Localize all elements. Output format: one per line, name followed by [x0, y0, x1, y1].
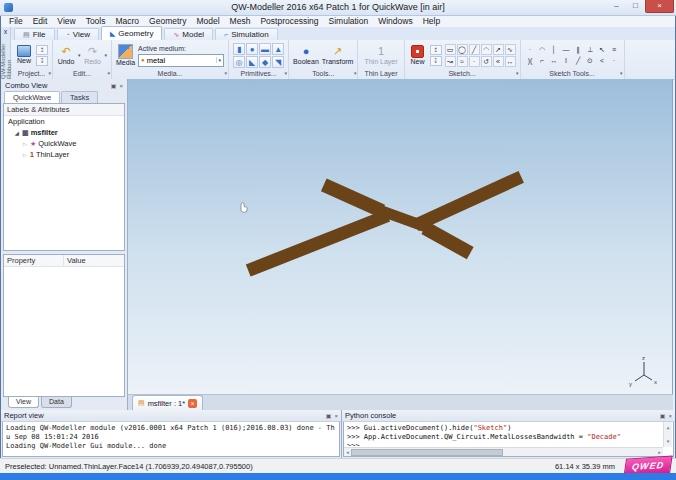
- maximize-button[interactable]: □: [626, 0, 645, 13]
- primitive-icon[interactable]: ▬: [259, 43, 271, 55]
- new-project-button[interactable]: New: [15, 45, 33, 65]
- sketch-tool-icon[interactable]: ↝: [445, 56, 456, 67]
- close-panel-icon[interactable]: ×: [334, 412, 338, 420]
- constraint-icon[interactable]: )(: [525, 56, 536, 66]
- tab-quickwave[interactable]: QuickWave: [4, 91, 60, 103]
- primitive-icon[interactable]: ▲: [272, 43, 284, 55]
- tab-geometry[interactable]: ◣ Geometry: [101, 26, 163, 40]
- menu-item[interactable]: Postprocessing: [255, 16, 323, 27]
- scrollbar-thumb[interactable]: [351, 449, 503, 456]
- constraint-icon[interactable]: ◠: [537, 45, 548, 55]
- sketch-tool-icon[interactable]: ↔: [505, 56, 516, 67]
- float-panel-icon[interactable]: ▣: [111, 82, 117, 90]
- sketch-tool-icon[interactable]: ∿: [505, 44, 516, 55]
- menu-item[interactable]: View: [52, 16, 80, 27]
- primitive-icon[interactable]: ◆: [259, 56, 271, 68]
- primitive-icon[interactable]: ◣: [246, 56, 258, 68]
- ribbon-close-icon[interactable]: x: [4, 27, 8, 36]
- sketch-tool-icon[interactable]: ▭: [445, 44, 456, 55]
- report-view-log[interactable]: Loading QW-Modeller module (v2016.0001 x…: [2, 422, 340, 457]
- constraint-icon[interactable]: ↖: [597, 45, 608, 55]
- constraint-icon[interactable]: ∥: [573, 45, 584, 55]
- menu-item[interactable]: Windows: [373, 16, 417, 27]
- sketch-tool-icon[interactable]: ↺: [481, 56, 492, 67]
- constraint-icon[interactable]: │: [549, 45, 560, 55]
- minimize-button[interactable]: –: [607, 0, 626, 13]
- menu-item[interactable]: Simulation: [324, 16, 374, 27]
- undo-button[interactable]: ↶ Undo: [57, 45, 75, 66]
- sketch-tool-icon[interactable]: ╱: [469, 44, 480, 55]
- collapsed-arrow-icon[interactable]: ▷: [22, 152, 28, 158]
- close-tab-icon[interactable]: ×: [188, 399, 197, 408]
- constraint-icon[interactable]: ↔: [549, 56, 560, 66]
- chevron-down-icon[interactable]: ▾: [225, 68, 228, 78]
- horizontal-scrollbar[interactable]: ◀ ▶: [344, 447, 663, 456]
- primitive-icon[interactable]: ◎: [233, 56, 245, 68]
- sketch-tool-icon[interactable]: ◠: [481, 44, 492, 55]
- active-medium-select[interactable]: ● metal ▾: [138, 54, 224, 67]
- transform-button[interactable]: ↗ Transform: [322, 45, 354, 66]
- constraint-icon[interactable]: ⌐: [537, 56, 548, 66]
- constraint-icon[interactable]: ·: [525, 45, 536, 55]
- close-button[interactable]: ×: [645, 0, 674, 13]
- primitive-icon[interactable]: ●: [246, 43, 258, 55]
- float-panel-icon[interactable]: ▣: [660, 412, 666, 420]
- tab-tasks[interactable]: Tasks: [61, 91, 98, 103]
- media-button[interactable]: Media: [116, 44, 135, 67]
- constraint-icon[interactable]: I: [561, 56, 572, 66]
- primitive-icon[interactable]: ◥: [272, 56, 284, 68]
- scroll-left-icon[interactable]: ◀: [346, 448, 349, 457]
- tab-model[interactable]: ∿ Model: [164, 28, 213, 40]
- tab-view[interactable]: ◔ View: [57, 28, 99, 40]
- sketch-export-icon[interactable]: ↧: [430, 56, 442, 66]
- sketch-import-icon[interactable]: ↥: [430, 45, 442, 55]
- constraint-icon[interactable]: ≡: [609, 45, 620, 55]
- scroll-up-icon[interactable]: ▲: [667, 423, 670, 432]
- constraint-icon[interactable]: <: [597, 56, 608, 66]
- viewport-tab-msfilter[interactable]: ▤ msfilter : 1* ×: [132, 395, 203, 410]
- float-panel-icon[interactable]: ▣: [326, 412, 332, 420]
- menu-item[interactable]: Edit: [28, 16, 53, 27]
- primitive-icon[interactable]: ▮: [233, 43, 245, 55]
- vertical-scrollbar[interactable]: ▲ ▼: [663, 422, 672, 447]
- tab-file[interactable]: ▤ File: [14, 28, 55, 40]
- redo-dropdown-icon[interactable]: ▾: [105, 53, 108, 58]
- constraint-icon[interactable]: ⊥: [585, 45, 596, 55]
- chevron-down-icon[interactable]: ▾: [48, 68, 51, 78]
- menu-item[interactable]: Help: [418, 16, 445, 27]
- menu-item[interactable]: Mesh: [225, 16, 256, 27]
- thin-layer-button[interactable]: 1 Thin Layer: [364, 45, 397, 66]
- collapsed-arrow-icon[interactable]: ▷: [22, 141, 28, 147]
- property-list[interactable]: [4, 267, 124, 396]
- tree-item-quickwave[interactable]: ▷ ★ QuickWave: [4, 138, 124, 149]
- tree-item-application[interactable]: Application: [4, 116, 124, 127]
- constraint-icon[interactable]: ⊙: [585, 56, 596, 66]
- menu-item[interactable]: Model: [191, 16, 224, 27]
- chevron-down-icon[interactable]: ▾: [285, 68, 288, 78]
- sketch-tool-icon[interactable]: ◯: [457, 44, 468, 55]
- undo-dropdown-icon[interactable]: ▾: [78, 53, 81, 58]
- menu-item[interactable]: File: [4, 16, 28, 27]
- boolean-button[interactable]: ● Boolean: [293, 45, 319, 66]
- save-project-icon[interactable]: ↧: [36, 56, 48, 66]
- scroll-right-icon[interactable]: ▶: [658, 448, 661, 457]
- constraint-icon[interactable]: ·: [609, 56, 620, 66]
- viewport-3d[interactable]: z x y: [128, 79, 673, 394]
- open-project-icon[interactable]: ↥: [36, 45, 48, 55]
- sketch-tool-icon[interactable]: «: [493, 56, 504, 67]
- sketch-tool-icon[interactable]: ≈: [457, 56, 468, 67]
- tree-item-msfilter[interactable]: ◢ ▦ msfilter: [4, 127, 124, 138]
- expanded-arrow-icon[interactable]: ◢: [14, 130, 20, 136]
- constraint-icon[interactable]: —: [561, 45, 572, 55]
- redo-button[interactable]: ↷ Redo: [84, 45, 102, 66]
- python-console-body[interactable]: >>> Gui.activeDocument().hide("Sketch")>…: [343, 422, 674, 457]
- new-sketch-button[interactable]: New: [409, 45, 427, 66]
- close-panel-icon[interactable]: ×: [668, 412, 672, 420]
- tree-item-thinlayer[interactable]: ▷ 1 ThinLayer: [4, 149, 124, 160]
- chevron-down-icon[interactable]: ▾: [620, 68, 623, 78]
- tab-data[interactable]: Data: [41, 397, 72, 408]
- console-lines[interactable]: >>> Gui.activeDocument().hide("Sketch")>…: [347, 424, 661, 446]
- constraint-icon[interactable]: ╱: [573, 56, 584, 66]
- sketch-tool-icon[interactable]: ·: [469, 56, 480, 67]
- chevron-down-icon[interactable]: ▾: [516, 68, 519, 78]
